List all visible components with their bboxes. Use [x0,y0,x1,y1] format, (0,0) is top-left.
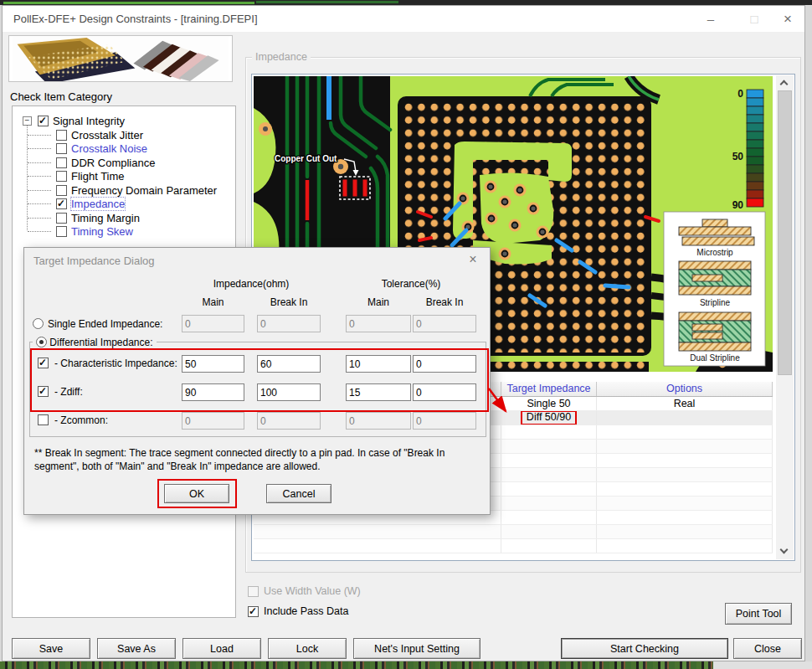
load-button[interactable]: Load [182,638,261,659]
tree-checkbox-crosstalk-jitter[interactable] [56,130,67,141]
differential-label: Differential Impedance: [49,337,152,348]
point-tool-button[interactable]: Point Tool [725,603,792,625]
column-header-target-impedance[interactable]: Target Impedance [501,382,597,396]
tree-checkbox-flight-time[interactable] [56,171,67,182]
tree-item-timing-skew[interactable]: Timing Skew [13,224,235,239]
close-icon[interactable] [769,6,806,32]
zdiff-main-input[interactable] [182,383,244,401]
dialog-close-icon[interactable] [465,251,481,268]
close-button[interactable]: Close [733,638,802,659]
screen: PollEx-DFE+ Design Constraints - [traini… [0,0,812,669]
single-breakin-input[interactable] [257,315,321,332]
tree-item-impedance[interactable]: Impedance [13,197,235,211]
scale-label-90: 90 [732,199,744,211]
lock-button[interactable]: Lock [268,638,347,659]
char-tol-main-input[interactable] [346,355,411,373]
save-button[interactable]: Save [12,638,90,659]
char-breakin-input[interactable] [257,355,321,373]
single-main-input[interactable] [182,315,244,332]
zdiff-checkbox[interactable] [38,386,49,397]
zdiff-label: - Zdiff: [54,386,83,398]
scrollbar-up-button[interactable] [776,75,794,90]
single-ended-radio[interactable] [33,318,44,329]
save-as-button[interactable]: Save As [97,638,176,659]
titlebar[interactable]: PollEx-DFE+ Design Constraints - [traini… [3,6,804,32]
break-in-header-2: Break In [413,296,476,308]
tree-item-crosstalk-noise[interactable]: Crosstalk Noise [13,142,235,156]
tree-checkbox-crosstalk-noise[interactable] [56,143,67,154]
include-pass-checkbox[interactable] [248,606,259,617]
scale-label-50: 50 [732,151,744,162]
break-in-note-line1: ** Break In segment: The trace segment c… [34,447,481,459]
tree-item-crosstalk-jitter[interactable]: Crosstalk Jitter [13,128,235,142]
zdiff-tol-breakin-input[interactable] [413,383,476,401]
tree-checkbox-timing-margin[interactable] [56,213,67,224]
chevron-up-icon [780,80,789,89]
check-item-category-label: Check Item Category [10,90,112,103]
ok-button[interactable]: OK [164,484,229,503]
zcommon-checkbox[interactable] [38,414,49,425]
tree-item-frequency-domain-parameter[interactable]: Frequency Domain Parameter [13,183,235,198]
start-checking-button[interactable]: Start Checking [561,638,728,659]
minimize-icon[interactable] [692,6,729,32]
table-row[interactable] [254,525,773,539]
scrollbar-thumb[interactable] [778,90,792,375]
tree-checkbox-signal-integrity[interactable] [38,116,49,126]
banner-graphic [9,36,232,81]
main-header-2: Main [346,296,411,308]
cancel-button[interactable]: Cancel [266,484,331,503]
dialog-title: Target Impedance Dialog [33,255,155,267]
stackup-legend: Microstrip Stripline Dual Stripline [664,212,765,366]
zcommon-breakin-input[interactable] [257,412,321,430]
single-ended-label: Single Ended Impedance: [48,318,162,330]
zcommon-tol-breakin-input[interactable] [413,412,476,430]
tree-item-signal-integrity[interactable]: Signal Integrity [13,114,235,128]
characteristic-impedance-checkbox[interactable] [38,358,49,368]
column-header-options[interactable]: Options [597,382,773,396]
zcommon-tol-main-input[interactable] [346,412,411,430]
scale-label-0: 0 [737,88,743,100]
desktop-bottom-sliver [0,661,812,669]
scrollbar-down-button[interactable] [776,544,794,559]
pcb-annotation-copper-cut-out: Copper Cut Out [275,154,337,163]
use-width-checkbox[interactable] [248,586,259,597]
main-header-1: Main [182,296,244,308]
tree-checkbox-impedance[interactable] [56,198,67,209]
maximize-icon[interactable] [736,6,773,32]
tree-checkbox-ddr-compliance[interactable] [56,157,67,168]
stackup-label-stripline: Stripline [700,298,731,307]
zcommon-main-input[interactable] [182,412,244,430]
impedance-color-scale [747,90,763,207]
zdiff-tol-main-input[interactable] [346,383,411,401]
break-in-note-line2: segment", both of "Main" and "Break In" … [34,461,481,472]
tree-item-timing-margin[interactable]: Timing Margin [13,211,235,225]
stackup-label-microstrip: Microstrip [696,248,733,257]
single-tol-breakin-input[interactable] [413,315,476,332]
impedance-groupbox-title: Impedance [252,51,311,63]
tree-item-flight-time[interactable]: Flight Time [13,169,235,183]
use-width-label: Use Width Value (W) [264,585,361,597]
nets-input-setting-button[interactable]: Net's Input Setting [353,638,481,659]
differential-legend: Differential Impedance: [33,335,157,348]
zdiff-breakin-input[interactable] [257,383,321,401]
vertical-scrollbar[interactable] [776,75,794,559]
tree-collapse-icon[interactable] [23,116,32,126]
impedance-ohm-header: Impedance(ohm) [182,278,321,290]
zcommon-label: - Zcommon: [54,414,108,426]
tree-checkbox-timing-skew[interactable] [56,226,67,237]
diff-highlight-box: Diff 50/90 [521,411,577,425]
char-main-input[interactable] [182,355,244,373]
tree-checkbox-frequency-domain-parameter[interactable] [56,185,67,196]
stackup-label-dual-stripline: Dual Stripline [690,353,740,363]
differential-radio[interactable] [36,337,47,347]
table-row[interactable] [254,539,773,553]
tree-item-ddr-compliance[interactable]: DDR Compliance [13,156,235,170]
include-pass-label: Include Pass Data [264,605,348,617]
char-tol-breakin-input[interactable] [413,355,476,373]
break-in-header-1: Break In [257,296,321,308]
chevron-down-icon [780,546,789,554]
target-impedance-dialog: Target Impedance Dialog Impedance(ohm) T… [23,247,491,515]
single-tol-main-input[interactable] [346,315,411,332]
characteristic-impedance-label: - Characteristic Impedance: [54,358,177,369]
product-banner-image [8,35,233,82]
